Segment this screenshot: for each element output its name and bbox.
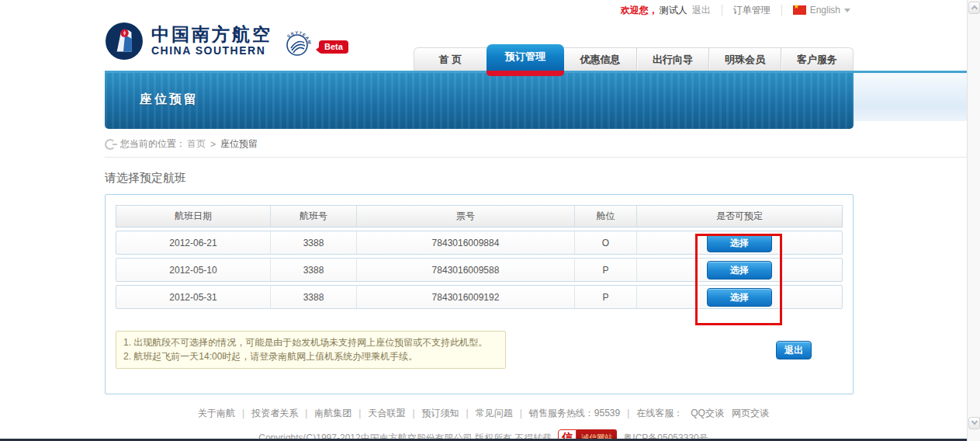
select-button[interactable]: 选择 bbox=[707, 234, 772, 252]
ticket-no: 7843016009884 bbox=[356, 231, 574, 254]
ticket-no: 7843016009588 bbox=[356, 259, 574, 281]
footer-link-booking-notice[interactable]: 预订须知 bbox=[405, 407, 459, 420]
cabin-class: O bbox=[574, 231, 636, 254]
footer: 关于南航 投资者关系 南航集团 天合联盟 预订须知 常见问题 销售服务热线：95… bbox=[0, 407, 967, 441]
web-chat-link[interactable]: 网页交谈 bbox=[732, 407, 769, 420]
username: 测试人 bbox=[660, 4, 687, 17]
skyteam-logo: SKYTEAM bbox=[282, 28, 313, 59]
nav-tab-booking-management[interactable]: 预订管理 bbox=[487, 44, 564, 71]
chevron-down-icon bbox=[971, 418, 978, 425]
scroll-down-button[interactable] bbox=[968, 417, 980, 429]
footer-link-skyteam[interactable]: 天合联盟 bbox=[351, 407, 405, 420]
language-switcher[interactable]: English bbox=[793, 5, 850, 16]
flight-table: 航班日期 航班号 票号 舱位 是否可预定 2012-06-21 3388 784… bbox=[116, 205, 843, 309]
logout-link[interactable]: 退出 bbox=[692, 4, 711, 17]
location-icon bbox=[105, 139, 116, 150]
footer-links: 关于南航 投资者关系 南航集团 天合联盟 预订须知 常见问题 销售服务热线：95… bbox=[198, 407, 769, 420]
footer-link-investor[interactable]: 投资者关系 bbox=[235, 407, 298, 420]
breadcrumb-home-link[interactable]: 首页 bbox=[187, 137, 206, 151]
col-header-flight-no: 航班号 bbox=[270, 206, 356, 227]
table-row: 2012-05-10 3388 7843016009588 P 选择 bbox=[116, 258, 843, 282]
qq-chat-link[interactable]: QQ交谈 bbox=[691, 407, 724, 420]
cabin-class: P bbox=[574, 286, 636, 308]
brand-logo[interactable]: 中国南方航空 CHINA SOUTHERN SKYTEAM Beta bbox=[105, 22, 348, 61]
section-title: 请选择预定航班 bbox=[105, 171, 967, 186]
divider bbox=[781, 5, 782, 16]
vertical-scrollbar[interactable] bbox=[967, 0, 980, 441]
brand-name: 中国南方航空 CHINA SOUTHERN bbox=[151, 24, 272, 57]
table-row: 2012-06-21 3388 7843016009884 O 选择 bbox=[116, 231, 843, 255]
nav-tab-home[interactable]: 首 页 bbox=[414, 48, 487, 71]
flight-no: 3388 bbox=[270, 286, 356, 308]
select-button[interactable]: 选择 bbox=[707, 288, 772, 307]
col-header-ticket-no: 票号 bbox=[356, 206, 574, 227]
select-button[interactable]: 选择 bbox=[707, 261, 772, 280]
online-service-label: 在线客服： bbox=[620, 407, 683, 420]
table-header-row: 航班日期 航班号 票号 舱位 是否可预定 bbox=[116, 205, 843, 227]
footer-link-group[interactable]: 南航集团 bbox=[298, 407, 351, 420]
footer-link-faq[interactable]: 常见问题 bbox=[459, 407, 513, 420]
ticket-no: 7843016009192 bbox=[356, 286, 574, 308]
note-line: 2. 航班起飞前一天14:00时起，请登录南航网上值机系统办理乘机手续。 bbox=[123, 349, 498, 363]
brand-name-cn: 中国南方航空 bbox=[151, 24, 272, 44]
flight-date: 2012-05-10 bbox=[116, 265, 270, 276]
banner-main: 座位预留 bbox=[105, 73, 854, 129]
col-header-flight-date: 航班日期 bbox=[116, 210, 270, 223]
footer-link-about[interactable]: 关于南航 bbox=[198, 407, 235, 420]
welcome-text: 欢迎您， bbox=[621, 4, 658, 17]
page: 欢迎您， 测试人 退出 订单管理 English 中国南方航空 CHINA SO… bbox=[0, 0, 967, 441]
nav-tab-pearl-member[interactable]: 明珠会员 bbox=[708, 48, 781, 71]
divider bbox=[105, 157, 967, 158]
flight-date: 2012-06-21 bbox=[116, 238, 270, 248]
table-row: 2012-05-31 3388 7843016009192 P 选择 bbox=[116, 285, 843, 309]
col-header-cabin: 舱位 bbox=[574, 206, 636, 227]
svg-text:SKYTEAM: SKYTEAM bbox=[286, 30, 312, 45]
scroll-up-button[interactable] bbox=[968, 2, 980, 14]
nav-tab-travel-guide[interactable]: 出行向导 bbox=[636, 48, 708, 71]
language-label: English bbox=[810, 5, 840, 16]
sales-hotline: 销售服务热线：95539 bbox=[513, 407, 621, 420]
flight-date: 2012-05-31 bbox=[116, 292, 270, 303]
site-header: 中国南方航空 CHINA SOUTHERN SKYTEAM Beta 首 页 预… bbox=[0, 20, 967, 71]
brand-name-en: CHINA SOUTHERN bbox=[151, 44, 272, 57]
chevron-down-icon bbox=[844, 9, 850, 12]
breadcrumb: 您当前的位置： 首页 > 座位预留 bbox=[105, 137, 967, 151]
beta-badge: Beta bbox=[319, 40, 348, 54]
airline-tail-logo-icon bbox=[105, 22, 144, 61]
divider bbox=[722, 5, 722, 16]
flight-no: 3388 bbox=[270, 231, 356, 254]
breadcrumb-label: 您当前的位置： bbox=[120, 137, 185, 151]
notes-box: 1. 出现航段不可选择的情况，可能是由于始发机场未支持网上座位预留或不支持此机型… bbox=[116, 331, 506, 369]
cabin-class: P bbox=[574, 259, 636, 281]
main-navigation: 首 页 预订管理 优惠信息 出行向导 明珠会员 客户服务 bbox=[414, 47, 854, 71]
flight-no: 3388 bbox=[270, 259, 356, 281]
nav-tab-promotions[interactable]: 优惠信息 bbox=[564, 48, 636, 71]
page-title: 座位预留 bbox=[140, 92, 199, 108]
breadcrumb-separator: > bbox=[210, 139, 216, 150]
nav-tab-customer-service[interactable]: 客户服务 bbox=[781, 48, 853, 71]
top-utility-bar: 欢迎您， 测试人 退出 订单管理 English bbox=[0, 0, 967, 20]
page-banner: 座位预留 bbox=[105, 73, 967, 129]
chevron-up-icon bbox=[971, 5, 978, 12]
col-header-bookable: 是否可预定 bbox=[636, 206, 842, 227]
flight-selection-panel: 航班日期 航班号 票号 舱位 是否可预定 2012-06-21 3388 784… bbox=[105, 194, 854, 394]
china-flag-icon bbox=[793, 5, 806, 15]
breadcrumb-current: 座位预留 bbox=[220, 137, 258, 151]
order-management-link[interactable]: 订单管理 bbox=[733, 4, 770, 17]
exit-button[interactable]: 退出 bbox=[776, 341, 812, 359]
note-line: 1. 出现航段不可选择的情况，可能是由于始发机场未支持网上座位预留或不支持此机型… bbox=[123, 335, 498, 349]
banner-side-sky bbox=[854, 73, 967, 121]
